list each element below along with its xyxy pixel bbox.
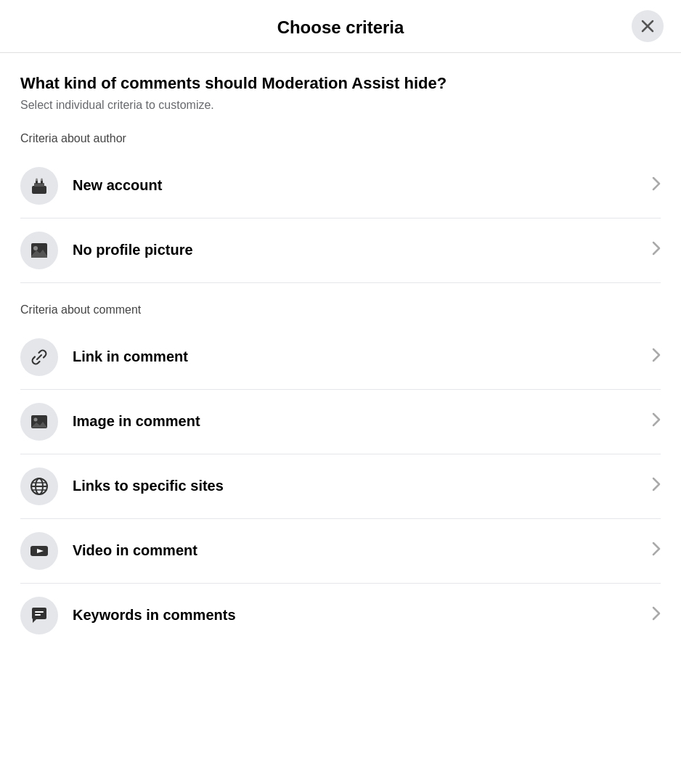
new-account-label: New account bbox=[73, 177, 162, 194]
image-icon bbox=[29, 412, 49, 432]
image-in-comment-chevron bbox=[652, 412, 661, 430]
keyword-icon bbox=[29, 605, 49, 626]
criteria-item-links-to-specific-sites[interactable]: Links to specific sites bbox=[20, 454, 661, 519]
no-profile-picture-label: No profile picture bbox=[73, 242, 193, 258]
keywords-in-comments-chevron bbox=[652, 606, 661, 624]
video-icon-container bbox=[20, 532, 58, 570]
svg-rect-2 bbox=[32, 186, 46, 194]
new-account-chevron bbox=[652, 176, 661, 195]
criteria-item-image-in-comment[interactable]: Image in comment bbox=[20, 390, 661, 454]
criteria-item-link-in-comment[interactable]: Link in comment bbox=[20, 325, 661, 390]
svg-point-6 bbox=[36, 178, 38, 181]
main-question: What kind of comments should Moderation … bbox=[20, 73, 661, 94]
close-icon bbox=[641, 20, 654, 33]
video-in-comment-label: Video in comment bbox=[73, 542, 197, 559]
svg-point-12 bbox=[34, 417, 38, 421]
criteria-item-new-account[interactable]: New account bbox=[20, 154, 661, 219]
cake-icon bbox=[29, 176, 49, 196]
header: Choose criteria bbox=[0, 0, 681, 53]
no-profile-picture-chevron bbox=[652, 241, 661, 259]
section-comment-label: Criteria about comment bbox=[20, 303, 661, 317]
keywords-in-comments-label: Keywords in comments bbox=[73, 607, 236, 624]
criteria-item-no-profile-picture[interactable]: No profile picture bbox=[20, 219, 661, 283]
svg-point-9 bbox=[33, 246, 38, 250]
video-icon bbox=[29, 541, 49, 561]
link-in-comment-label: Link in comment bbox=[73, 348, 188, 365]
link-icon-container bbox=[20, 338, 58, 376]
new-account-icon-container bbox=[20, 167, 58, 205]
criteria-comment-list: Link in comment bbox=[20, 325, 661, 648]
globe-icon bbox=[29, 476, 49, 497]
subtitle: Select individual criteria to customize. bbox=[20, 99, 661, 112]
links-to-specific-sites-chevron bbox=[652, 477, 661, 495]
globe-icon-container bbox=[20, 467, 58, 505]
content: What kind of comments should Moderation … bbox=[0, 53, 681, 685]
links-to-specific-sites-label: Links to specific sites bbox=[73, 478, 224, 494]
page-title: Choose criteria bbox=[277, 17, 404, 38]
svg-point-7 bbox=[41, 178, 43, 181]
criteria-item-video-in-comment[interactable]: Video in comment bbox=[20, 519, 661, 584]
no-profile-picture-icon-container bbox=[20, 232, 58, 269]
criteria-author-list: New account bbox=[20, 154, 661, 283]
video-in-comment-chevron bbox=[652, 542, 661, 560]
criteria-item-keywords-in-comments[interactable]: Keywords in comments bbox=[20, 584, 661, 648]
profile-icon bbox=[29, 240, 49, 261]
section-author-label: Criteria about author bbox=[20, 132, 661, 145]
close-button[interactable] bbox=[632, 10, 664, 42]
keyword-icon-container bbox=[20, 597, 58, 634]
section-author: Criteria about author bbox=[20, 132, 661, 283]
link-icon bbox=[29, 347, 49, 367]
image-icon-container bbox=[20, 403, 58, 441]
image-in-comment-label: Image in comment bbox=[73, 413, 200, 430]
link-in-comment-chevron bbox=[652, 348, 661, 366]
svg-rect-3 bbox=[34, 183, 44, 187]
section-comment: Criteria about comment Link in comment bbox=[20, 303, 661, 648]
